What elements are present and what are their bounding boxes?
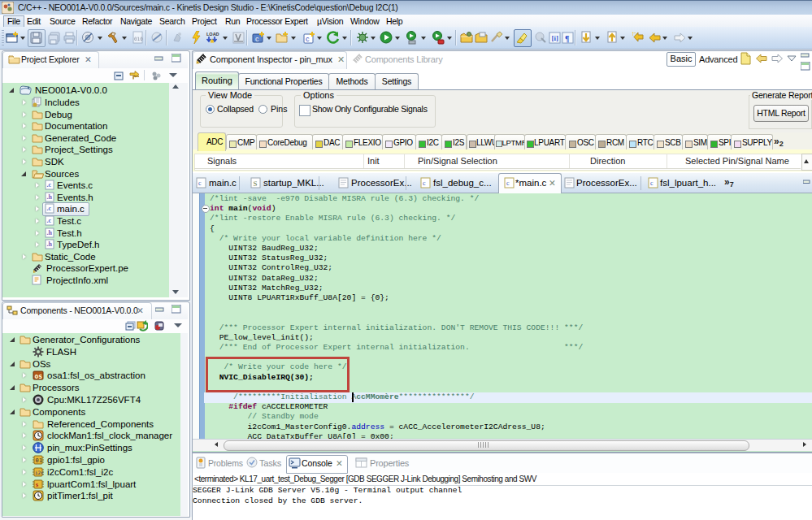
svg-text:LOAD: LOAD: [206, 32, 219, 37]
svg-text:010: 010: [134, 36, 143, 41]
svg-text:c: c: [306, 35, 310, 43]
svg-text:c: c: [255, 35, 259, 43]
svg-text:S: S: [254, 180, 258, 188]
svg-text:.c: .c: [47, 217, 52, 224]
svg-text:c: c: [423, 180, 426, 187]
svg-text:.c: .c: [47, 205, 52, 212]
svg-text:.c: .c: [47, 181, 52, 188]
svg-text:s: s: [36, 481, 38, 488]
svg-text:i2c: i2c: [35, 469, 44, 474]
svg-text:[i]: [i]: [552, 34, 559, 42]
svg-text:.h: .h: [47, 229, 53, 236]
svg-text:c: c: [650, 180, 654, 187]
svg-text:os: os: [35, 373, 43, 380]
svg-text:c: c: [506, 180, 510, 187]
svg-text:c: c: [198, 180, 202, 187]
svg-text:01: 01: [36, 457, 42, 464]
svg-text:.h: .h: [47, 240, 53, 248]
svg-text:¶: ¶: [565, 34, 569, 43]
svg-text:.h: .h: [47, 193, 53, 201]
